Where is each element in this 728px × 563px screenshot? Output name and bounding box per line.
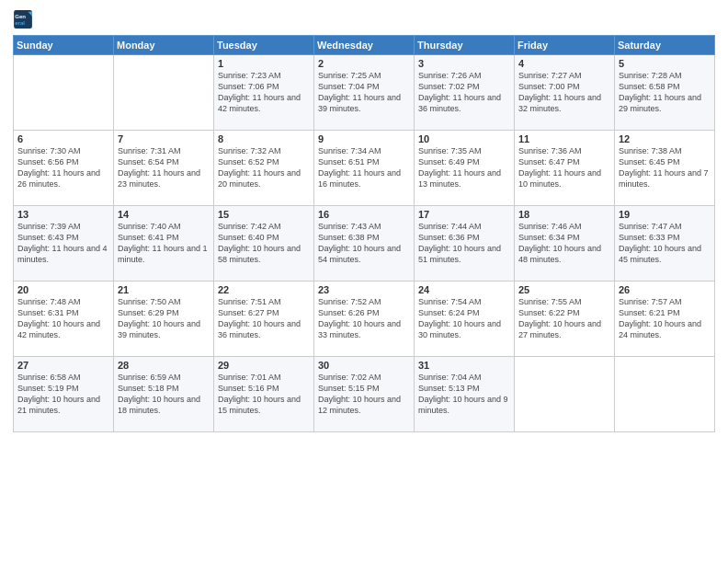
cell-info: Sunrise: 7:52 AM Sunset: 6:26 PM Dayligh… bbox=[318, 296, 410, 341]
calendar-cell: 27Sunrise: 6:58 AM Sunset: 5:19 PM Dayli… bbox=[14, 357, 114, 432]
day-number: 9 bbox=[318, 133, 410, 144]
day-number: 2 bbox=[318, 58, 410, 69]
cell-info: Sunrise: 7:57 AM Sunset: 6:21 PM Dayligh… bbox=[619, 296, 711, 341]
day-number: 1 bbox=[218, 58, 310, 69]
calendar-cell: 9Sunrise: 7:34 AM Sunset: 6:51 PM Daylig… bbox=[314, 131, 415, 206]
cell-info: Sunrise: 7:39 AM Sunset: 6:43 PM Dayligh… bbox=[17, 221, 109, 266]
calendar-cell: 20Sunrise: 7:48 AM Sunset: 6:31 PM Dayli… bbox=[14, 282, 114, 357]
page: Gen eral SundayMondayTuesdayWednesdayThu… bbox=[0, 0, 728, 440]
calendar-cell bbox=[14, 55, 114, 131]
day-header-wednesday: Wednesday bbox=[314, 36, 415, 55]
week-row-5: 27Sunrise: 6:58 AM Sunset: 5:19 PM Dayli… bbox=[14, 357, 715, 432]
calendar-cell: 5Sunrise: 7:28 AM Sunset: 6:58 PM Daylig… bbox=[615, 55, 715, 131]
calendar-cell: 15Sunrise: 7:42 AM Sunset: 6:40 PM Dayli… bbox=[214, 206, 314, 282]
day-number: 23 bbox=[318, 284, 410, 295]
day-number: 10 bbox=[418, 133, 510, 144]
day-number: 17 bbox=[418, 209, 510, 220]
calendar-cell bbox=[515, 357, 615, 432]
cell-info: Sunrise: 7:27 AM Sunset: 7:00 PM Dayligh… bbox=[518, 70, 610, 115]
cell-info: Sunrise: 7:30 AM Sunset: 6:56 PM Dayligh… bbox=[17, 145, 109, 190]
calendar-cell: 1Sunrise: 7:23 AM Sunset: 7:06 PM Daylig… bbox=[214, 55, 314, 131]
cell-info: Sunrise: 7:54 AM Sunset: 6:24 PM Dayligh… bbox=[418, 296, 510, 341]
day-header-saturday: Saturday bbox=[615, 36, 715, 55]
svg-text:Gen: Gen bbox=[15, 14, 26, 19]
day-number: 7 bbox=[118, 133, 210, 144]
week-row-3: 13Sunrise: 7:39 AM Sunset: 6:43 PM Dayli… bbox=[14, 206, 715, 282]
cell-info: Sunrise: 7:34 AM Sunset: 6:51 PM Dayligh… bbox=[318, 145, 410, 190]
day-number: 20 bbox=[17, 284, 109, 295]
calendar-cell: 2Sunrise: 7:25 AM Sunset: 7:04 PM Daylig… bbox=[314, 55, 415, 131]
calendar-cell: 4Sunrise: 7:27 AM Sunset: 7:00 PM Daylig… bbox=[515, 55, 615, 131]
calendar-cell: 25Sunrise: 7:55 AM Sunset: 6:22 PM Dayli… bbox=[515, 282, 615, 357]
calendar-cell: 18Sunrise: 7:46 AM Sunset: 6:34 PM Dayli… bbox=[515, 206, 615, 282]
calendar-cell: 10Sunrise: 7:35 AM Sunset: 6:49 PM Dayli… bbox=[415, 131, 515, 206]
day-number: 4 bbox=[518, 58, 610, 69]
logo: Gen eral bbox=[13, 9, 35, 29]
calendar-table: SundayMondayTuesdayWednesdayThursdayFrid… bbox=[13, 35, 715, 432]
svg-text:eral: eral bbox=[15, 20, 25, 26]
cell-info: Sunrise: 7:25 AM Sunset: 7:04 PM Dayligh… bbox=[318, 70, 410, 115]
day-number: 30 bbox=[318, 360, 410, 371]
day-header-thursday: Thursday bbox=[415, 36, 515, 55]
day-number: 12 bbox=[619, 133, 711, 144]
cell-info: Sunrise: 7:23 AM Sunset: 7:06 PM Dayligh… bbox=[218, 70, 310, 115]
calendar-cell: 3Sunrise: 7:26 AM Sunset: 7:02 PM Daylig… bbox=[415, 55, 515, 131]
day-number: 16 bbox=[318, 209, 410, 220]
cell-info: Sunrise: 7:38 AM Sunset: 6:45 PM Dayligh… bbox=[619, 145, 711, 190]
day-number: 21 bbox=[118, 284, 210, 295]
calendar-cell: 11Sunrise: 7:36 AM Sunset: 6:47 PM Dayli… bbox=[515, 131, 615, 206]
day-number: 8 bbox=[218, 133, 310, 144]
cell-info: Sunrise: 7:31 AM Sunset: 6:54 PM Dayligh… bbox=[118, 145, 210, 190]
calendar-cell: 28Sunrise: 6:59 AM Sunset: 5:18 PM Dayli… bbox=[114, 357, 214, 432]
calendar-cell: 31Sunrise: 7:04 AM Sunset: 5:13 PM Dayli… bbox=[415, 357, 515, 432]
calendar-cell: 17Sunrise: 7:44 AM Sunset: 6:36 PM Dayli… bbox=[415, 206, 515, 282]
day-number: 3 bbox=[418, 58, 510, 69]
day-number: 15 bbox=[218, 209, 310, 220]
day-header-friday: Friday bbox=[515, 36, 615, 55]
cell-info: Sunrise: 7:48 AM Sunset: 6:31 PM Dayligh… bbox=[17, 296, 109, 341]
calendar-cell: 8Sunrise: 7:32 AM Sunset: 6:52 PM Daylig… bbox=[214, 131, 314, 206]
cell-info: Sunrise: 7:43 AM Sunset: 6:38 PM Dayligh… bbox=[318, 221, 410, 266]
calendar-cell: 26Sunrise: 7:57 AM Sunset: 6:21 PM Dayli… bbox=[615, 282, 715, 357]
day-number: 27 bbox=[17, 360, 109, 371]
day-number: 26 bbox=[619, 284, 711, 295]
week-row-4: 20Sunrise: 7:48 AM Sunset: 6:31 PM Dayli… bbox=[14, 282, 715, 357]
calendar-cell: 29Sunrise: 7:01 AM Sunset: 5:16 PM Dayli… bbox=[214, 357, 314, 432]
cell-info: Sunrise: 7:28 AM Sunset: 6:58 PM Dayligh… bbox=[619, 70, 711, 115]
calendar-cell: 24Sunrise: 7:54 AM Sunset: 6:24 PM Dayli… bbox=[415, 282, 515, 357]
calendar-cell: 23Sunrise: 7:52 AM Sunset: 6:26 PM Dayli… bbox=[314, 282, 415, 357]
calendar-cell: 19Sunrise: 7:47 AM Sunset: 6:33 PM Dayli… bbox=[615, 206, 715, 282]
cell-info: Sunrise: 7:01 AM Sunset: 5:16 PM Dayligh… bbox=[218, 372, 310, 417]
cell-info: Sunrise: 7:32 AM Sunset: 6:52 PM Dayligh… bbox=[218, 145, 310, 190]
calendar-cell bbox=[615, 357, 715, 432]
calendar-cell: 7Sunrise: 7:31 AM Sunset: 6:54 PM Daylig… bbox=[114, 131, 214, 206]
cell-info: Sunrise: 7:46 AM Sunset: 6:34 PM Dayligh… bbox=[518, 221, 610, 266]
cell-info: Sunrise: 7:44 AM Sunset: 6:36 PM Dayligh… bbox=[418, 221, 510, 266]
day-header-monday: Monday bbox=[114, 36, 214, 55]
header: Gen eral bbox=[13, 9, 715, 29]
day-number: 13 bbox=[17, 209, 109, 220]
day-number: 5 bbox=[619, 58, 711, 69]
day-number: 29 bbox=[218, 360, 310, 371]
header-row: SundayMondayTuesdayWednesdayThursdayFrid… bbox=[14, 36, 715, 55]
calendar-cell: 30Sunrise: 7:02 AM Sunset: 5:15 PM Dayli… bbox=[314, 357, 415, 432]
cell-info: Sunrise: 7:36 AM Sunset: 6:47 PM Dayligh… bbox=[518, 145, 610, 190]
cell-info: Sunrise: 7:50 AM Sunset: 6:29 PM Dayligh… bbox=[118, 296, 210, 341]
cell-info: Sunrise: 7:51 AM Sunset: 6:27 PM Dayligh… bbox=[218, 296, 310, 341]
cell-info: Sunrise: 7:47 AM Sunset: 6:33 PM Dayligh… bbox=[619, 221, 711, 266]
calendar-cell: 16Sunrise: 7:43 AM Sunset: 6:38 PM Dayli… bbox=[314, 206, 415, 282]
day-number: 24 bbox=[418, 284, 510, 295]
cell-info: Sunrise: 7:04 AM Sunset: 5:13 PM Dayligh… bbox=[418, 372, 510, 417]
day-number: 18 bbox=[518, 209, 610, 220]
calendar-cell: 22Sunrise: 7:51 AM Sunset: 6:27 PM Dayli… bbox=[214, 282, 314, 357]
cell-info: Sunrise: 7:55 AM Sunset: 6:22 PM Dayligh… bbox=[518, 296, 610, 341]
calendar-cell: 14Sunrise: 7:40 AM Sunset: 6:41 PM Dayli… bbox=[114, 206, 214, 282]
day-number: 11 bbox=[518, 133, 610, 144]
cell-info: Sunrise: 7:02 AM Sunset: 5:15 PM Dayligh… bbox=[318, 372, 410, 417]
logo-icon: Gen eral bbox=[13, 9, 33, 29]
cell-info: Sunrise: 6:58 AM Sunset: 5:19 PM Dayligh… bbox=[17, 372, 109, 417]
cell-info: Sunrise: 6:59 AM Sunset: 5:18 PM Dayligh… bbox=[118, 372, 210, 417]
calendar-cell bbox=[114, 55, 214, 131]
cell-info: Sunrise: 7:42 AM Sunset: 6:40 PM Dayligh… bbox=[218, 221, 310, 266]
day-number: 19 bbox=[619, 209, 711, 220]
